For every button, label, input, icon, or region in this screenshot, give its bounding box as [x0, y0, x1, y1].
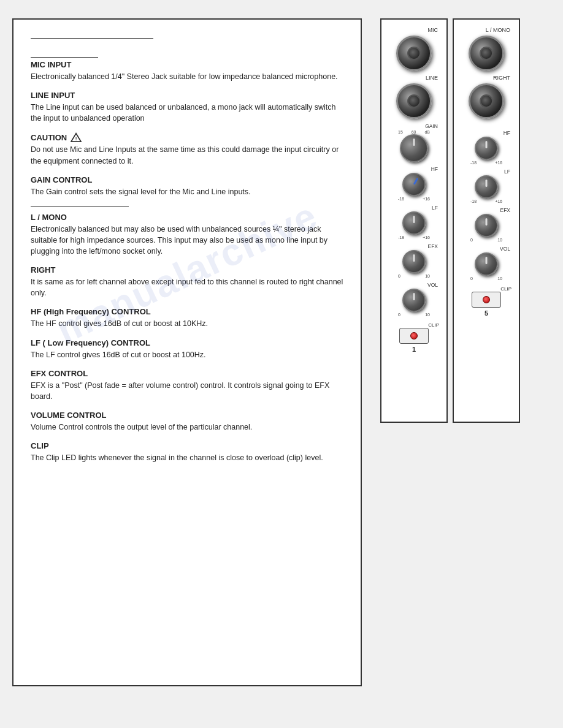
- l-mono-heading: L / MONO: [31, 213, 343, 222]
- right-heading: RIGHT: [31, 265, 343, 275]
- hf-control-section: HF (High Frequency) CONTROL The HF contr…: [31, 307, 343, 329]
- clip-body: The Clip LED lights whenever the signal …: [31, 452, 343, 463]
- clip-area-ch5: CLIP 5: [459, 286, 514, 317]
- lf-label-ch1: LF: [386, 205, 442, 211]
- lf-label-ch5: LF: [459, 169, 514, 175]
- clip-box-ch1: [399, 328, 429, 344]
- hf-scale-ch5: -18 +16: [470, 161, 502, 165]
- lf-knob-indicator-ch1: [413, 216, 415, 223]
- lf-scale-ch5: -18 +16: [470, 199, 502, 203]
- vol-label-ch5: VOL: [459, 246, 514, 252]
- line-label-ch1: LINE: [386, 75, 442, 81]
- vol-scale-max-ch5: 10: [497, 276, 502, 281]
- mic-input-section: MIC INPUT Electronically balanced 1/4" S…: [31, 60, 343, 82]
- vol-scale-min: 0: [398, 313, 400, 317]
- efx-knob-indicator-ch1: [413, 254, 415, 262]
- vol-knob-area-ch5: VOL 0 10: [459, 246, 514, 281]
- clip-label-ch5: CLIP: [459, 286, 514, 292]
- clip-heading: CLIP: [31, 441, 343, 450]
- efx-scale-max: 10: [425, 274, 430, 278]
- vol-label-ch1: VOL: [386, 282, 442, 288]
- left-panel: manualarchive MIC INPUT Electronically b…: [12, 18, 362, 686]
- caution-section: CAUTION ! Do not use Mic and Line Inputs…: [31, 132, 343, 166]
- clip-label-ch1: CLIP: [386, 322, 442, 328]
- lf-control-heading: LF ( Low Frequency) CONTROL: [31, 338, 343, 347]
- efx-knob-area-ch1: EFX 0 10: [386, 243, 442, 278]
- gain-label-ch1: GAIN: [386, 123, 442, 129]
- lf-knob-ch1[interactable]: [402, 211, 426, 235]
- vol-scale-ch5: 0 10: [470, 276, 502, 281]
- hf-knob-area-ch5: HF -18 +16: [459, 130, 514, 165]
- channel-number-ch1: 1: [412, 346, 416, 353]
- efx-control-section: EFX CONTROL EFX is a "Post" (Post fade =…: [31, 369, 343, 402]
- gain-knob-ch1[interactable]: [400, 134, 428, 162]
- clip-section: CLIP The Clip LED lights whenever the si…: [31, 441, 343, 463]
- gain-scale-ch1: 15 60 dB: [398, 130, 430, 134]
- efx-knob-ch1[interactable]: [402, 250, 426, 273]
- vol-knob-ch5[interactable]: [475, 252, 498, 276]
- efx-scale-ch1: 0 10: [398, 274, 430, 278]
- efx-label-ch5: EFX: [459, 207, 514, 213]
- caution-label: CAUTION: [31, 133, 67, 142]
- lmono-label-ch5: L / MONO: [459, 27, 514, 33]
- efx-knob-indicator-ch5: [486, 218, 488, 226]
- hf-knob-indicator-ch1: [413, 178, 419, 185]
- hf-scale-max-ch5: +16: [495, 161, 502, 165]
- hf-knob-ch1[interactable]: [402, 173, 426, 196]
- l-mono-section: L / MONO Electronically balanced but may…: [31, 213, 343, 257]
- efx-knob-ch5[interactable]: [475, 214, 498, 237]
- gain-scale-min: 15: [398, 130, 403, 134]
- vol-knob-indicator-ch5: [486, 257, 488, 264]
- gain-control-body: The Gain control sets the signal level f…: [31, 186, 343, 197]
- lf-knob-area-ch5: LF -18 +16: [459, 169, 514, 203]
- lf-knob-ch5[interactable]: [475, 175, 498, 199]
- right-section: RIGHT It is same as for left channel abo…: [31, 265, 343, 298]
- lf-knob-indicator-ch5: [486, 180, 488, 187]
- gain-scale-mid: 60: [412, 130, 416, 134]
- volume-control-section: VOLUME CONTROL Volume Control controls t…: [31, 411, 343, 433]
- clip-box-ch5: [472, 292, 501, 308]
- vol-knob-area-ch1: VOL 0 10: [386, 282, 442, 317]
- hf-scale-ch1: -18 +16: [398, 197, 430, 201]
- efx-scale-max-ch5: 10: [497, 238, 502, 242]
- gain-control-section: GAIN CONTROL The Gain control sets the s…: [31, 175, 343, 197]
- hf-label-ch5: HF: [459, 130, 514, 136]
- clip-led-ch5: [483, 296, 490, 303]
- lf-scale-ch1: -18 +16: [398, 235, 430, 240]
- vol-scale-max: 10: [425, 313, 430, 317]
- caution-body: Do not use Mic and Line Inputs at the sa…: [31, 144, 343, 166]
- efx-control-body: EFX is a "Post" (Post fade = after volum…: [31, 380, 343, 402]
- hf-control-body: The HF control gives 16dB of cut or boos…: [31, 318, 343, 329]
- svg-text:!: !: [75, 137, 77, 142]
- vol-knob-ch1[interactable]: [402, 289, 426, 312]
- hf-knob-ch5[interactable]: [475, 137, 498, 160]
- lf-scale-max-ch5: +16: [495, 199, 502, 203]
- right-socket-ch5: [469, 83, 504, 119]
- efx-control-heading: EFX CONTROL: [31, 369, 343, 378]
- hf-knob-indicator-ch5: [486, 141, 488, 148]
- gain-control-heading: GAIN CONTROL: [31, 175, 343, 184]
- efx-knob-area-ch5: EFX 0 10: [459, 207, 514, 242]
- efx-scale-min: 0: [398, 274, 400, 278]
- mic-input-heading: MIC INPUT: [31, 60, 343, 69]
- lf-knob-area-ch1: LF -18 +16: [386, 205, 442, 240]
- mic-input-body: Electronically balanced 1/4" Stereo Jack…: [31, 71, 343, 82]
- lf-control-section: LF ( Low Frequency) CONTROL The LF contr…: [31, 338, 343, 360]
- gain-scale-unit: dB: [424, 130, 430, 134]
- hf-scale-min-ch5: -18: [470, 161, 477, 165]
- line-input-section: LINE INPUT The Line input can be used ba…: [31, 91, 343, 124]
- vol-scale-min-ch5: 0: [470, 276, 473, 281]
- l-mono-body: Electronically balanced but may also be …: [31, 224, 343, 257]
- channel-strip-5: L / MONO RIGHT HF -18 +16: [453, 18, 520, 423]
- mic-label-ch1: MIC: [386, 27, 442, 33]
- line-socket-ch1: [396, 83, 432, 119]
- hf-scale-min: -18: [398, 197, 404, 201]
- right-body: It is same as for left channel above exc…: [31, 276, 343, 298]
- line-input-body: The Line input can be used balanced or u…: [31, 102, 343, 124]
- volume-control-body: Volume Control controls the output level…: [31, 422, 343, 433]
- channel-number-ch5: 5: [484, 309, 488, 317]
- vol-scale-ch1: 0 10: [398, 313, 430, 317]
- lf-scale-min-ch5: -18: [470, 199, 477, 203]
- lf-control-body: The LF control gives 16dB of cut or boos…: [31, 349, 343, 360]
- hf-scale-max: +16: [423, 197, 430, 201]
